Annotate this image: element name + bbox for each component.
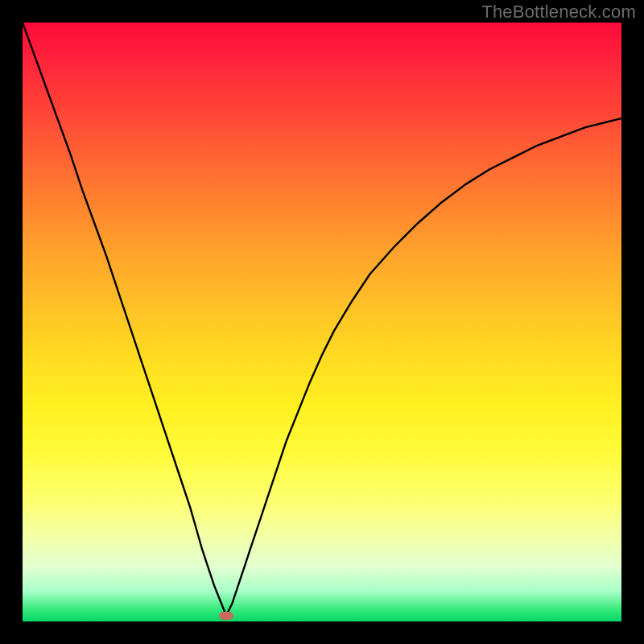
minimum-marker: [219, 612, 233, 620]
chart-frame: TheBottleneck.com: [0, 0, 644, 644]
curve-svg: [23, 23, 621, 621]
watermark-label: TheBottleneck.com: [481, 2, 636, 23]
bottleneck-curve: [23, 23, 621, 616]
plot-area: [23, 23, 621, 621]
